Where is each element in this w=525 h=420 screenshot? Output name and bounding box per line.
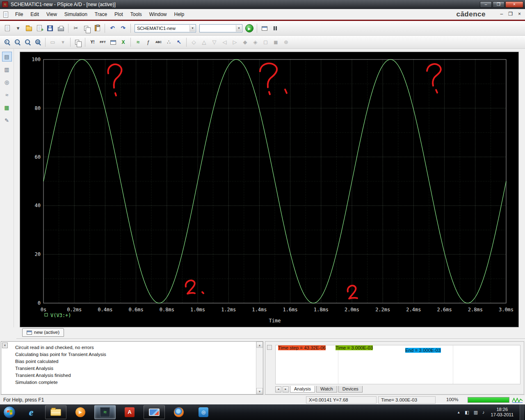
mark-data-points-button[interactable]: ∴ <box>164 37 174 47</box>
undo-button[interactable]: ↶ <box>107 23 118 34</box>
taskbar-firefox-button[interactable] <box>168 405 189 419</box>
save-file-button[interactable] <box>45 23 55 34</box>
zoom-area-button[interactable]: ▫ <box>23 37 33 47</box>
add-trace-button[interactable]: ≈ <box>133 37 143 47</box>
y-tick-label: 0 <box>38 300 41 306</box>
tray-overflow-icon[interactable]: ▲ <box>457 411 460 414</box>
toolbar-separator <box>257 24 257 33</box>
tab-watch[interactable]: Watch <box>316 386 337 393</box>
volume-icon[interactable]: ♪ <box>482 410 485 415</box>
run-pspice-button[interactable]: ▶ <box>244 23 255 34</box>
taskbar-media-player-button[interactable]: ▶ <box>70 405 91 419</box>
taskbar-messenger-button[interactable]: ◎ <box>193 405 214 419</box>
y-tick-label: 100 <box>32 57 41 62</box>
add-trace-icon: ≈ <box>135 39 142 46</box>
simulation-profile-select[interactable]: ▾ <box>199 24 242 32</box>
schematic-select[interactable]: SCHEMATIC1-new▾ <box>135 24 196 32</box>
start-button[interactable] <box>3 406 16 418</box>
sidebar-button-1[interactable]: ▤ <box>2 52 12 62</box>
menu-item-tools[interactable]: Tools <box>127 10 146 19</box>
pause-button[interactable] <box>270 23 281 34</box>
tab-analysis[interactable]: Analysis <box>290 386 315 393</box>
titlebar[interactable]: ≈ SCHEMATIC1-new - PSpice A/D - [new (ac… <box>0 0 525 9</box>
redo-icon: ↷ <box>120 25 126 32</box>
log-y-axis-button[interactable]: Y! <box>87 37 98 47</box>
taskbar-internet-explorer-button[interactable]: e <box>21 405 42 419</box>
performance-analysis-button[interactable] <box>108 37 118 47</box>
restore-button[interactable]: ❐ <box>493 1 504 8</box>
redo-button[interactable]: ↷ <box>118 23 128 34</box>
minimize-button[interactable]: – <box>480 1 492 8</box>
tabs-scroll-left-button[interactable]: ◄ <box>275 386 281 393</box>
print-button[interactable] <box>55 23 66 34</box>
waveform-plot-window[interactable]: 0s0.2ms0.4ms0.6ms0.8ms1.0ms1.2ms1.4ms1.6… <box>20 52 519 327</box>
zoom-out-button[interactable]: − <box>12 37 23 47</box>
taskbar-adobe-reader-button[interactable]: A <box>119 405 140 419</box>
mdi-restore-button[interactable]: ❐ <box>508 11 513 17</box>
time-field: Time = 3.000E-03 <box>336 345 373 350</box>
scroll-up-icon[interactable]: ▲ <box>256 342 263 348</box>
cut-button[interactable]: ✂ <box>71 23 81 34</box>
show-desktop-button[interactable] <box>520 404 524 420</box>
sidebar-button-2[interactable]: ▥ <box>2 64 12 74</box>
taskbar-screen-capture-button[interactable] <box>144 405 165 419</box>
tab-devices[interactable]: Devices <box>338 386 363 393</box>
mdi-minimize-button[interactable]: – <box>500 11 503 17</box>
zoom-in-button[interactable]: + <box>2 37 12 47</box>
waveform-chart[interactable]: 0s0.2ms0.4ms0.6ms0.8ms1.0ms1.2ms1.4ms1.6… <box>20 52 518 327</box>
taskbar-pspice-button[interactable]: ≈ <box>94 405 116 419</box>
close-button[interactable]: × <box>505 1 523 8</box>
copy-button[interactable] <box>81 23 92 34</box>
x-tick-label: 2.0ms <box>345 307 359 313</box>
menu-item-simulation[interactable]: Simulation <box>61 10 91 19</box>
x-tick-label: 2.6ms <box>437 307 452 313</box>
sidebar-button-4[interactable]: ≈ <box>2 90 12 100</box>
evaluate-measurement-button[interactable]: ƒ <box>143 37 153 47</box>
pspice-app-icon: ≈ <box>2 1 8 7</box>
fft-button[interactable]: FFT <box>98 37 108 47</box>
x-tick-label: 1.2ms <box>221 307 236 313</box>
text-label-button[interactable]: ABC <box>153 37 164 47</box>
zoom-icon: ⊡ <box>35 39 41 46</box>
open-file-button[interactable] <box>23 23 34 34</box>
paste-button[interactable] <box>92 23 103 34</box>
cursor-peak-icon: △ <box>201 39 208 46</box>
cursor-min-button: ▷ <box>230 37 240 47</box>
select-mode-button[interactable]: ↖ <box>174 37 184 47</box>
paste-icon <box>95 25 100 31</box>
sidebar-button-5[interactable]: ▦ <box>2 103 12 112</box>
taskbar-clock[interactable]: 18:26 17-03-2011 <box>491 407 514 418</box>
output-scrollbar[interactable]: ▲ ▼ <box>256 342 263 394</box>
taskbar-windows-explorer-button[interactable] <box>45 405 66 419</box>
cursor-max-icon: ◆ <box>242 39 249 46</box>
simulation-manager-button[interactable] <box>259 23 270 34</box>
scroll-down-icon[interactable]: ▼ <box>256 388 263 394</box>
action-center-icon[interactable]: ◧ <box>465 410 469 415</box>
menu-item-plot[interactable]: Plot <box>111 10 127 19</box>
mdi-close-button[interactable]: × <box>518 11 521 17</box>
menu-item-file[interactable]: File <box>11 10 27 19</box>
caret-down-icon: ▾ <box>60 39 66 46</box>
copy-plot-button[interactable] <box>73 37 83 47</box>
append-file-button[interactable] <box>34 23 45 34</box>
network-icon[interactable]: ▥ <box>474 410 478 415</box>
menu-item-edit[interactable]: Edit <box>27 10 43 19</box>
x-tick-label: 1.4ms <box>252 307 267 313</box>
menu-item-trace[interactable]: Trace <box>91 10 111 19</box>
sidebar-button-6[interactable]: ✎ <box>2 115 12 125</box>
simulation-status-list: Time step = 43.32E-06 Time = 3.000E-03 E… <box>275 345 520 384</box>
x-tick-label: 2.8ms <box>468 307 483 313</box>
panel-grip[interactable] <box>267 345 272 350</box>
log-x-axis-button[interactable]: X <box>118 37 128 47</box>
tab-new-active[interactable]: new (active) <box>22 328 64 337</box>
new-file-dropdown[interactable]: ▾ <box>13 23 23 34</box>
new-file-button[interactable] <box>2 23 13 34</box>
menu-item-help[interactable]: Help <box>170 10 188 19</box>
menu-item-window[interactable]: Window <box>146 10 171 19</box>
sidebar-button-3[interactable]: ◎ <box>2 77 12 87</box>
tabs-scroll-right-button[interactable]: ► <box>283 386 289 393</box>
zoom-fit-button[interactable]: ⊡ <box>33 37 43 47</box>
close-output-panel-button[interactable]: × <box>2 342 8 348</box>
menu-item-view[interactable]: View <box>43 10 61 19</box>
simulation-queue-icon: ≈ <box>5 92 8 98</box>
